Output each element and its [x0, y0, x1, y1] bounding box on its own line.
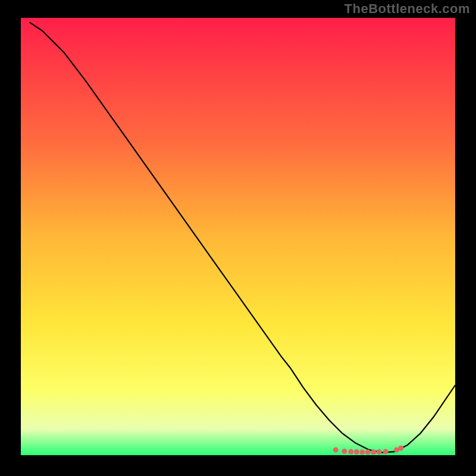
gradient-background [21, 18, 455, 455]
marker-dot [333, 447, 339, 453]
bottleneck-chart [21, 18, 455, 455]
watermark-text: TheBottleneck.com [345, 1, 470, 17]
plot-area [21, 18, 455, 455]
chart-frame: { "watermark": "TheBottleneck.com", "col… [0, 0, 476, 476]
marker-dot [377, 449, 382, 455]
marker-dot [383, 449, 389, 455]
marker-dot [354, 449, 359, 455]
marker-dot [398, 446, 403, 451]
marker-dot [365, 449, 371, 455]
marker-dot [342, 449, 347, 454]
marker-dot [371, 449, 376, 455]
marker-dot [359, 449, 365, 455]
marker-dot [348, 449, 353, 455]
